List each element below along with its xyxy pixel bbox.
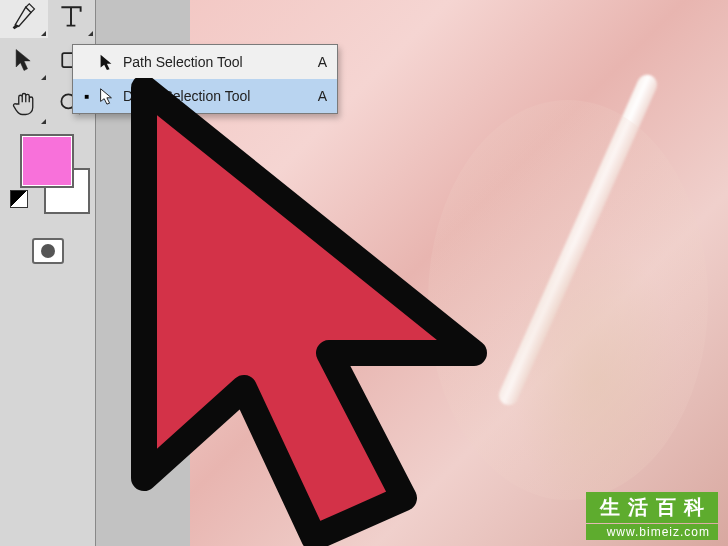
hand-tool[interactable]	[0, 82, 48, 126]
flyout-active-marker: ■	[81, 92, 93, 101]
flyout-item-direct-selection[interactable]: ■ Direct Selection Tool A	[73, 79, 337, 113]
watermark-title: 生活百科	[586, 492, 718, 523]
color-swatches	[0, 130, 96, 230]
black-arrow-icon	[10, 46, 38, 74]
canvas-content	[496, 71, 661, 408]
tool-flyout-menu: Path Selection Tool A ■ Direct Selection…	[72, 44, 338, 114]
black-arrow-icon	[93, 53, 119, 71]
type-icon	[57, 2, 85, 30]
foreground-color-swatch[interactable]	[20, 134, 74, 188]
flyout-indicator	[88, 31, 93, 36]
quick-mask-button[interactable]	[32, 238, 64, 264]
flyout-item-shortcut: A	[309, 88, 327, 104]
hand-icon	[10, 90, 38, 118]
flyout-indicator	[41, 119, 46, 124]
flyout-item-path-selection[interactable]: Path Selection Tool A	[73, 45, 337, 79]
pen-tool[interactable]	[0, 0, 48, 38]
default-colors-icon[interactable]	[10, 190, 28, 208]
flyout-item-shortcut: A	[309, 54, 327, 70]
flyout-item-label: Path Selection Tool	[119, 54, 309, 70]
flyout-indicator	[41, 31, 46, 36]
watermark-url: www.bimeiz.com	[586, 524, 718, 540]
white-arrow-icon	[93, 87, 119, 105]
path-selection-tool[interactable]	[0, 38, 48, 82]
flyout-indicator	[41, 75, 46, 80]
flyout-item-label: Direct Selection Tool	[119, 88, 309, 104]
pen-icon	[10, 2, 38, 30]
type-tool[interactable]	[48, 0, 96, 38]
watermark: 生活百科 www.bimeiz.com	[586, 492, 718, 540]
